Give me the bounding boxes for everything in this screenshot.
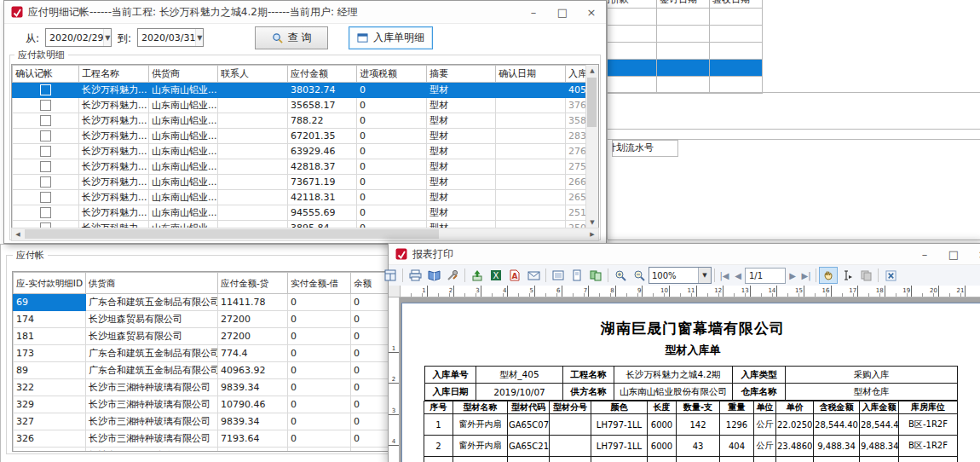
cell-memo[interactable]: 型材 xyxy=(427,113,496,129)
payable-row[interactable]: 89 广东合和建筑五金制品有限公司 40963.92 0 0 xyxy=(14,362,389,379)
from-date-picker[interactable]: 2020/02/29 ▼ xyxy=(45,28,112,47)
cell-amount[interactable]: 38032.74 xyxy=(288,83,357,98)
cell-debit[interactable] xyxy=(288,448,351,453)
cell-project[interactable]: 长沙万科魅力... xyxy=(79,129,149,144)
cell-debit[interactable]: 0 xyxy=(288,413,351,430)
detail-row[interactable]: 长沙万科魅力... 山东南山铝业... 42118.31 0 型材 265 xyxy=(13,190,587,205)
cell-amount[interactable]: 42118.31 xyxy=(288,190,357,205)
detail-column-header[interactable]: 联系人 xyxy=(218,66,288,83)
detail-row[interactable]: 长沙万科魅力... 山东南山铝业... 788.22 0 型材 358 xyxy=(13,113,587,129)
cell-entry-no[interactable]: 376 xyxy=(566,98,587,113)
confirm-cell[interactable] xyxy=(13,113,79,129)
book-icon[interactable] xyxy=(424,267,443,284)
cell-supplier[interactable]: 山东南山铝业... xyxy=(149,175,218,190)
detail-row[interactable]: 长沙万科魅力... 山东南山铝业... 67201.35 0 型材 283 xyxy=(13,129,587,144)
confirm-checkbox[interactable] xyxy=(40,100,51,111)
cell-credit[interactable]: 9839.34 xyxy=(218,379,288,396)
cell-id[interactable]: 173 xyxy=(14,345,86,362)
confirm-checkbox[interactable] xyxy=(40,130,51,141)
cell-debit[interactable]: 0 xyxy=(288,294,351,311)
to-date-picker[interactable]: 2020/03/31 ▼ xyxy=(137,28,204,47)
detail-column-header[interactable]: 入库 xyxy=(566,66,587,83)
detail-row[interactable]: 长沙万科魅力... 山东南山铝业... 73671.19 0 型材 266 xyxy=(13,175,587,190)
cell-confirm-date[interactable] xyxy=(496,98,566,113)
detail-row[interactable]: 长沙万科魅力... 山东南山铝业... 38032.74 0 型材 405 xyxy=(13,83,587,98)
cell-entry-no[interactable]: 265 xyxy=(566,190,587,205)
last-page-icon[interactable]: ▶| xyxy=(799,271,813,280)
cell-entry-no[interactable]: 275 xyxy=(566,159,587,175)
scroll-down-icon[interactable]: ▼ xyxy=(586,217,598,228)
cell-project[interactable]: 长沙万科魅力... xyxy=(79,98,149,113)
query-button[interactable]: 查 询 xyxy=(255,26,328,49)
payable-row[interactable]: 326 长沙市三湘特种玻璃有限公司 7193.64 0 0 xyxy=(14,430,389,448)
table-row[interactable] xyxy=(589,43,763,60)
cell-entry-no[interactable]: 266 xyxy=(566,175,587,190)
cell-id[interactable]: 181 xyxy=(14,328,86,345)
cell-supplier[interactable]: 山东南山铝业... xyxy=(149,205,218,221)
cell-contact[interactable] xyxy=(218,144,288,159)
cell-memo[interactable]: 型材 xyxy=(427,129,496,144)
cell-id[interactable]: 329 xyxy=(14,396,86,413)
chevron-down-icon[interactable]: ▼ xyxy=(103,29,111,46)
cell-tax[interactable]: 0 xyxy=(357,159,427,175)
cell-id[interactable]: 69 xyxy=(14,294,86,311)
close-button[interactable]: × xyxy=(577,1,606,23)
cell-supplier[interactable]: 长沙坦森贸易有限公司 xyxy=(86,311,218,328)
cell-memo[interactable]: 型材 xyxy=(427,205,496,221)
cell-supplier[interactable]: 长沙市三湘特种玻璃有限公司 xyxy=(86,430,218,448)
cell-project[interactable]: 长沙万科魅力... xyxy=(79,175,149,190)
cell-entry-no[interactable]: 283 xyxy=(566,129,587,144)
cell-credit[interactable]: 27200 xyxy=(218,328,288,345)
cell-memo[interactable]: 型材 xyxy=(427,159,496,175)
cell-entry-no[interactable]: 405 xyxy=(566,83,587,98)
detail-column-header[interactable]: 进项税额 xyxy=(357,66,427,83)
cell-debit[interactable]: 0 xyxy=(288,379,351,396)
minimize-button[interactable]: – xyxy=(910,244,939,264)
detail-column-header[interactable]: 确认记帐 xyxy=(13,66,79,83)
cell-credit[interactable]: 7193.64 xyxy=(218,430,288,448)
cell-contact[interactable] xyxy=(218,113,288,129)
maximize-button[interactable]: □ xyxy=(939,244,968,264)
detail-row[interactable]: 长沙万科魅力... 山东南山铝业... 35658.17 0 型材 376 xyxy=(13,98,587,113)
page-number-field[interactable]: 1/1 xyxy=(745,268,786,284)
cell-tax[interactable]: 0 xyxy=(357,98,427,113)
cell-credit[interactable]: 27200 xyxy=(218,311,288,328)
scroll-up-icon[interactable]: ▲ xyxy=(586,65,598,77)
payable-row[interactable]: 329 长沙市三湘特种玻璃有限公司 10790.46 0 0 xyxy=(14,396,389,413)
plan-serial-field[interactable]: 计划流水号 xyxy=(612,140,678,157)
zoom-level-select[interactable]: 100% ▼ xyxy=(649,267,712,284)
cell-contact[interactable] xyxy=(218,205,288,221)
titlebar[interactable]: 报表打印 – □ × xyxy=(389,244,980,265)
cell-tax[interactable]: 0 xyxy=(357,83,427,98)
cell-tax[interactable]: 0 xyxy=(357,190,427,205)
prev-page-icon[interactable]: ◀ xyxy=(731,271,745,280)
detail-row[interactable]: 长沙万科魅力... 山东南山铝业... 63929.46 0 型材 276 xyxy=(13,144,587,159)
confirm-cell[interactable] xyxy=(13,129,79,144)
payable-row[interactable]: 173 广东合和建筑五金制品有限公司 774.4 0 0 xyxy=(14,345,389,362)
cell-credit[interactable] xyxy=(218,448,288,453)
cell-supplier[interactable]: 长沙市三湘特种玻璃有限公司 xyxy=(86,413,218,430)
single-page-icon[interactable] xyxy=(568,267,586,284)
cell-supplier[interactable]: 长沙市三湘特种玻璃有限公司 xyxy=(86,379,218,396)
cell-id[interactable] xyxy=(14,448,86,453)
payable-row[interactable]: 181 长沙坦森贸易有限公司 27200 0 0 xyxy=(14,328,389,345)
cell-memo[interactable]: 型材 xyxy=(427,98,496,113)
confirm-cell[interactable] xyxy=(13,159,79,175)
cell-tax[interactable]: 0 xyxy=(357,175,427,190)
cell-project[interactable]: 长沙万科魅力... xyxy=(79,190,149,205)
cell-contact[interactable] xyxy=(218,175,288,190)
detail-column-header[interactable]: 工程名称 xyxy=(79,66,149,83)
text-select-icon[interactable] xyxy=(838,267,856,284)
confirm-cell[interactable] xyxy=(13,175,79,190)
scrollbar-thumb[interactable] xyxy=(587,78,597,127)
cell-tax[interactable]: 0 xyxy=(357,113,427,129)
cell-credit[interactable]: 774.4 xyxy=(218,345,288,362)
cell-debit[interactable]: 0 xyxy=(288,362,351,379)
cell-balance[interactable]: 0 xyxy=(351,345,389,362)
zoom-in-icon[interactable] xyxy=(611,267,630,284)
payable-column-header[interactable]: 应付金额-贷 xyxy=(218,273,288,294)
cell-credit[interactable]: 40963.92 xyxy=(218,362,288,379)
cell-amount[interactable]: 67201.35 xyxy=(288,129,357,144)
cell-id[interactable]: 322 xyxy=(14,379,86,396)
pdf-icon[interactable]: A xyxy=(505,267,524,284)
